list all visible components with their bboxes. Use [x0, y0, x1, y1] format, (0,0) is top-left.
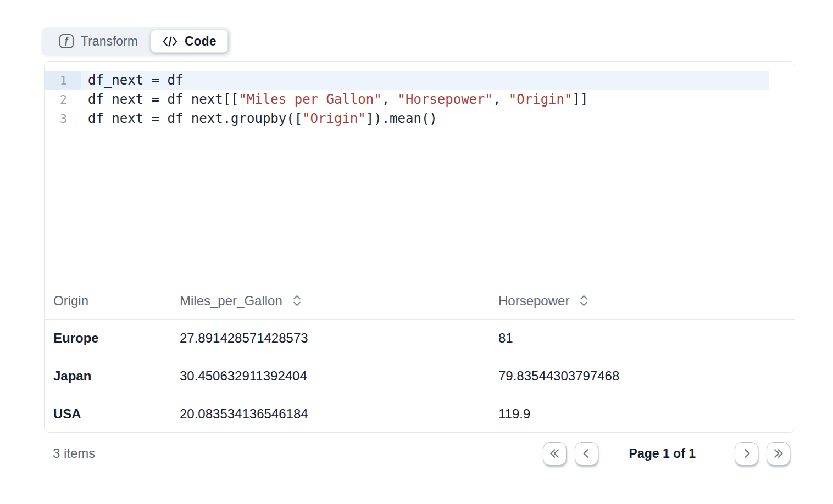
- code-line[interactable]: 1df_next = df: [45, 71, 795, 90]
- code-token-string: "Origin": [302, 111, 366, 126]
- table-body: Europe27.89142857142857381Japan30.450632…: [45, 320, 795, 432]
- chevron-right-icon: [741, 447, 753, 460]
- code-line[interactable]: 2df_next = df_next[["Miles_per_Gallon", …: [45, 90, 795, 109]
- tab-transform-label: Transform: [81, 34, 138, 49]
- cell-origin: USA: [45, 406, 171, 422]
- cell-origin: Europe: [45, 331, 171, 346]
- page-indicator: Page 1 of 1: [629, 446, 696, 461]
- column-header-miles_per_gallon[interactable]: Miles_per_Gallon: [171, 282, 490, 319]
- table-row: USA20.083534136546184119.9: [45, 395, 795, 432]
- tab-code-label: Code: [185, 34, 216, 49]
- next-page-button[interactable]: [735, 442, 758, 466]
- table-header-row: OriginMiles_per_GallonHorsepower: [45, 282, 795, 320]
- items-count: 3 items: [53, 446, 95, 461]
- sort-icon: [293, 295, 301, 306]
- code-token: ]).mean(): [366, 111, 437, 126]
- code-line-content[interactable]: df_next = df_next[["Miles_per_Gallon", "…: [81, 90, 769, 109]
- cell-miles_per_gallon: 27.891428571428573: [171, 331, 490, 346]
- column-label: Miles_per_Gallon: [180, 293, 282, 309]
- table-footer: 3 items Page 1 of 1: [44, 438, 795, 469]
- code-token: ,: [382, 92, 398, 107]
- line-number: 2: [45, 90, 81, 109]
- code-line-content[interactable]: df_next = df_next.groupby(["Origin"]).me…: [81, 109, 769, 128]
- cell-miles_per_gallon: 20.083534136546184: [171, 406, 490, 422]
- code-token-string: "Miles_per_Gallon": [239, 92, 382, 107]
- code-brackets-icon: [163, 35, 177, 48]
- code-token: ]]: [572, 92, 588, 107]
- pagination: Page 1 of 1: [543, 442, 790, 466]
- sort-icon: [580, 295, 588, 306]
- column-header-horsepower[interactable]: Horsepower: [490, 282, 795, 319]
- chevron-left-icon: [580, 447, 592, 460]
- table-row: Europe27.89142857142857381: [45, 320, 795, 357]
- double-chevron-left-icon: [548, 447, 560, 460]
- cell-miles_per_gallon: 30.450632911392404: [171, 368, 490, 384]
- first-page-button[interactable]: [543, 442, 567, 466]
- code-token: ,: [493, 92, 509, 107]
- cell-origin: Japan: [45, 368, 171, 384]
- view-mode-tabbar: f Transform Code: [42, 27, 231, 55]
- code-line-content[interactable]: df_next = df: [81, 71, 769, 90]
- double-chevron-right-icon: [773, 447, 785, 460]
- cell-horsepower: 79.83544303797468: [490, 368, 795, 384]
- line-number: 1: [45, 71, 81, 90]
- code-token-string: "Horsepower": [398, 92, 493, 107]
- code-token-string: "Origin": [509, 92, 573, 107]
- cell-horsepower: 81: [490, 331, 795, 346]
- table-row: Japan30.45063291139240479.83544303797468: [45, 357, 795, 395]
- code-token: df_next = df: [88, 72, 183, 88]
- column-label: Horsepower: [498, 293, 569, 309]
- column-label: Origin: [53, 293, 88, 309]
- code-lines: 1df_next = df2df_next = df_next[["Miles_…: [45, 71, 795, 128]
- last-page-button[interactable]: [767, 442, 790, 466]
- previous-page-button[interactable]: [575, 442, 598, 466]
- transform-panel: 1df_next = df2df_next = df_next[["Miles_…: [44, 61, 795, 433]
- tab-code[interactable]: Code: [151, 30, 229, 53]
- line-number: 3: [45, 109, 81, 128]
- code-line[interactable]: 3df_next = df_next.groupby(["Origin"]).m…: [45, 109, 795, 128]
- code-editor[interactable]: 1df_next = df2df_next = df_next[["Miles_…: [45, 62, 795, 282]
- code-token: df_next = df_next[[: [88, 92, 239, 107]
- code-token: df_next = df_next.groupby([: [88, 111, 302, 126]
- tab-transform[interactable]: f Transform: [42, 27, 151, 55]
- column-header-origin: Origin: [45, 282, 171, 319]
- cell-horsepower: 119.9: [490, 406, 795, 422]
- function-icon: f: [59, 34, 74, 48]
